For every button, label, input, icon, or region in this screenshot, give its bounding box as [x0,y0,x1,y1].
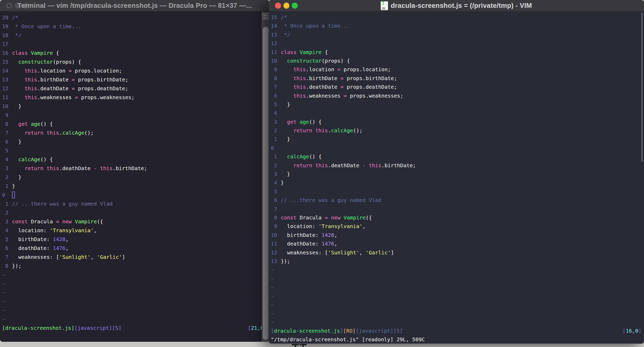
code-token: "/tmp/dracula-screenshot.js" [readonly] … [271,336,425,343]
macvim-titlebar[interactable]: dracula-screenshot.js = (/private/tmp) -… [269,0,644,11]
code-token: props.deathDate; [75,85,128,92]
empty-line-tilde: ~ [271,318,644,327]
code-token: [javascript][S] [356,328,403,334]
code-line: 12 weaknesses: ['Sunlight', 'Garlic'] [271,248,644,257]
window-title: Terminal — vim /tmp/dracula-screenshot.j… [17,2,252,10]
line-number: 6 [271,196,277,205]
split-pane-icon[interactable] [263,13,269,20]
code-line: 6 this.weaknesses = props.weaknesses; [271,92,644,100]
code-line: 20/* [2,13,269,22]
code-line: 2 [2,208,269,217]
code-token: (props) { [53,59,81,65]
code-line: 5 } [271,100,644,109]
terminal-window[interactable]: Terminal — vim /tmp/dracula-screenshot.j… [0,0,269,342]
code-token: this [293,75,306,81]
code-token: props.location; [72,68,122,74]
scrollbar-thumb[interactable] [263,27,269,340]
code-token: dracula-screenshot.js [274,328,340,334]
code-line: 8 get age() { [2,119,269,128]
close-button-icon[interactable] [275,3,281,9]
line-number: 10 [271,57,277,65]
code-token: , [362,223,366,229]
code-token: - [362,162,366,169]
code-token [43,130,46,136]
minimize-button-icon[interactable] [15,3,21,9]
line-number: 9 [2,111,8,119]
code-token: [ [248,325,251,331]
code-token [28,121,31,127]
line-number: 20 [2,13,8,22]
line-number: 2 [271,161,277,170]
zoom-button-icon[interactable] [23,3,29,9]
line-number: 9 [271,222,277,231]
code-token: [dracula-screenshot.js] [2,325,74,331]
vim-statusline: [dracula-screenshot.js][RO][javascript][… [271,327,644,335]
code-token: } [12,103,21,109]
minimize-button-icon[interactable] [283,3,289,9]
code-token: Vampire [344,214,366,221]
code-token: { [53,50,59,56]
code-token: this [46,165,59,171]
code-token [366,162,369,169]
vim-cursor [12,192,15,198]
vim-buffer-right[interactable]: 15/*14 * Once upon a time...13 */1211cla… [269,11,644,344]
code-line: 2 return this.calcAge(); [271,126,644,135]
empty-line-tilde: ~ [2,270,269,279]
code-line: 9 location: 'Transylvania', [271,222,644,231]
line-number: 9 [271,65,277,74]
code-token: */ [12,32,21,38]
zoom-button-icon[interactable] [292,3,298,9]
code-line: 5 birthDate: 1428, [2,235,269,244]
line-number: 1 [2,182,8,190]
line-number: 14 [271,22,277,30]
code-line: 7 [271,205,644,213]
code-token [281,66,293,73]
code-token: . [328,127,331,134]
vim-message-line: "/tmp/dracula-screenshot.js" [readonly] … [271,335,644,344]
line-number: 2 [2,208,8,217]
code-token [281,58,287,64]
code-token: } [12,174,21,180]
code-token: location: [12,227,50,234]
code-line: 1 calcAge() { [271,152,644,161]
code-token: constructor [18,59,53,65]
code-token: , [91,254,97,260]
line-number: 8 [271,213,277,222]
close-button-icon[interactable] [6,3,12,9]
code-token: Vampire [31,50,53,56]
code-line: 2 } [2,173,269,182]
code-line: 14 this.location = props.location; [2,66,269,75]
code-token [281,93,293,99]
code-token: [RO] [343,328,356,334]
code-line: 8 this.birthDate = props.birthDate; [271,74,644,83]
line-number: 19 [2,22,8,31]
vim-buffer-left[interactable]: 20/*19 * Once upon a time...18 */1716cla… [0,11,269,341]
code-token: () { [309,153,321,160]
line-number: 3 [2,164,8,173]
code-token: Dracula [28,218,56,225]
code-line: 19 * Once upon a time... [2,22,269,31]
empty-line-tilde: ~ [271,301,644,309]
code-line: 7 this.deathDate = props.deathDate; [271,83,644,91]
line-number: 12 [271,39,277,48]
code-token: props.birthDate; [344,75,397,81]
code-line: 12 this.deathDate = props.deathDate; [2,84,269,93]
code-token: }); [281,258,290,264]
line-number: 13 [2,75,8,84]
terminal-scrollbar[interactable] [261,12,269,342]
code-token: - [94,165,97,171]
line-number: 10 [2,102,8,111]
line-number: 3 [2,217,8,226]
terminal-titlebar[interactable]: Terminal — vim /tmp/dracula-screenshot.j… [0,0,269,11]
code-token: 'Transylvania' [319,223,363,229]
code-token: Dracula [296,214,325,221]
code-token: get [18,121,28,127]
code-token: () { [40,156,53,163]
code-token: , [65,245,69,251]
code-token: calcAge [331,127,353,134]
line-number: 13 [271,31,277,39]
empty-line-tilde: ~ [271,283,644,292]
macvim-window[interactable]: dracula-screenshot.js = (/private/tmp) -… [269,0,644,344]
macvim-scrollbar-thumb[interactable] [641,13,643,162]
line-number: 8 [271,74,277,83]
